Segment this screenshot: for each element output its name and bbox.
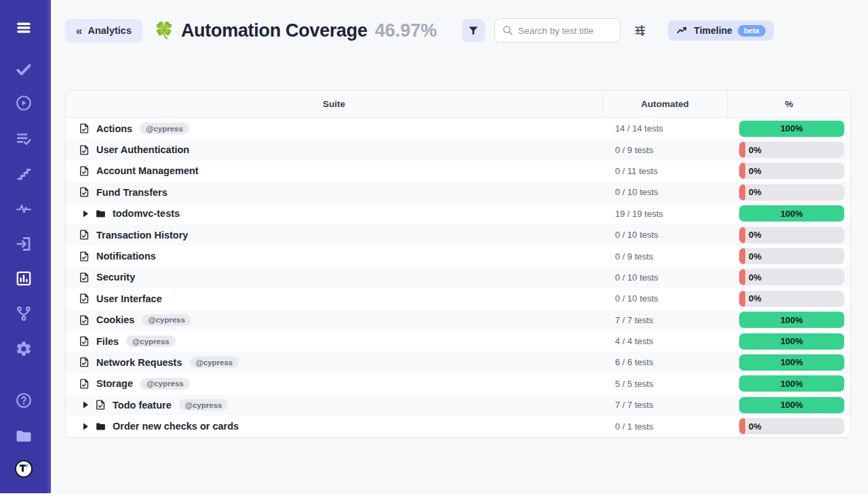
- table-row[interactable]: Todo feature @cypress 7 / 7 tests 100%: [66, 394, 850, 415]
- table-row[interactable]: Account Management 0 / 11 tests 0%: [66, 161, 850, 182]
- timeline-button[interactable]: Timeline beta: [668, 20, 773, 41]
- view-settings-button[interactable]: [631, 22, 649, 39]
- coverage-bar-label: 0%: [749, 187, 762, 197]
- column-header-automated[interactable]: Automated: [603, 91, 728, 117]
- folder-icon: [95, 208, 106, 220]
- coverage-bar-label: 0%: [749, 166, 762, 176]
- check-icon[interactable]: [14, 60, 33, 79]
- percent-cell: 0%: [728, 418, 850, 434]
- folder-icon: [95, 421, 106, 432]
- expand-caret-icon[interactable]: [83, 210, 89, 217]
- percent-cell: 100%: [728, 333, 850, 350]
- coverage-bar-fill: [739, 184, 745, 201]
- file-check-icon: [79, 378, 90, 390]
- suite-title[interactable]: Fund Transfers: [96, 187, 167, 198]
- table-row[interactable]: Storage @cypress 5 / 5 tests 100%: [66, 373, 850, 394]
- suite-cell: Cookies @cypress: [66, 314, 603, 326]
- table-row[interactable]: Notifications 0 / 9 tests 0%: [66, 245, 850, 266]
- file-check-icon: [79, 123, 90, 134]
- coverage-bar-label: 0%: [749, 251, 762, 262]
- percent-cell: 100%: [728, 397, 850, 413]
- table-row[interactable]: Files @cypress 4 / 4 tests 100%: [66, 331, 850, 352]
- suite-title[interactable]: Order new checks or cards: [113, 421, 239, 432]
- suite-title[interactable]: Security: [96, 272, 135, 283]
- column-header-percent[interactable]: %: [728, 91, 850, 117]
- play-circle-icon[interactable]: [14, 94, 33, 112]
- file-check-icon: [79, 293, 90, 304]
- suite-title[interactable]: Actions: [96, 123, 132, 134]
- suite-title[interactable]: Network Requests: [96, 357, 182, 368]
- coverage-bar-label: 0%: [749, 293, 762, 304]
- automated-count: 7 / 7 tests: [603, 315, 728, 325]
- gear-icon[interactable]: [14, 339, 33, 358]
- column-header-suite[interactable]: Suite: [66, 91, 603, 117]
- suite-title[interactable]: User Interface: [96, 293, 162, 304]
- percent-cell: 0%: [728, 142, 850, 158]
- automated-count: 0 / 9 tests: [603, 145, 728, 155]
- coverage-bar-label: 100%: [781, 209, 803, 219]
- table-row[interactable]: User Authentication 0 / 9 tests 0%: [66, 139, 850, 160]
- suite-title[interactable]: Storage: [96, 378, 133, 389]
- timeline-button-label: Timeline: [694, 25, 732, 36]
- list-check-icon[interactable]: [14, 129, 33, 148]
- funnel-icon: [467, 24, 479, 37]
- suite-cell: Todo feature @cypress: [66, 399, 603, 411]
- suite-cell: Actions @cypress: [66, 123, 603, 134]
- percent-cell: 100%: [728, 312, 850, 328]
- suite-title[interactable]: Files: [96, 336, 119, 347]
- logo[interactable]: [14, 459, 33, 478]
- pulse-icon[interactable]: [14, 199, 33, 218]
- percent-cell: 100%: [728, 121, 850, 137]
- coverage-bar: 100%: [739, 354, 844, 371]
- coverage-bar: 0%: [739, 227, 844, 243]
- bar-chart-icon[interactable]: [14, 269, 33, 288]
- suite-title[interactable]: Todo feature: [113, 400, 172, 411]
- table-row[interactable]: todomvc-tests 19 / 19 tests 100%: [66, 203, 850, 224]
- coverage-bar-label: 0%: [749, 421, 762, 432]
- file-check-icon: [79, 144, 90, 156]
- suite-title[interactable]: todomvc-tests: [113, 208, 180, 219]
- table-row[interactable]: Cookies @cypress 7 / 7 tests 100%: [66, 310, 850, 331]
- import-icon[interactable]: [14, 234, 33, 253]
- table-row[interactable]: Order new checks or cards 0 / 1 tests 0%: [66, 415, 850, 436]
- suite-title[interactable]: Transaction History: [96, 230, 188, 241]
- suite-tag: @cypress: [190, 356, 239, 368]
- suite-title[interactable]: Notifications: [96, 251, 156, 262]
- back-to-analytics-button[interactable]: « Analytics: [65, 19, 142, 43]
- table-row[interactable]: Transaction History 0 / 10 tests 0%: [66, 224, 850, 245]
- menu-icon[interactable]: [14, 18, 33, 37]
- suite-title[interactable]: Account Management: [96, 165, 199, 176]
- coverage-percent-value: 46.97%: [375, 20, 437, 41]
- suite-cell: Order new checks or cards: [66, 421, 603, 432]
- coverage-bar: 0%: [739, 291, 844, 307]
- folder-icon[interactable]: [14, 426, 33, 445]
- table-row[interactable]: Network Requests @cypress 6 / 6 tests 10…: [66, 352, 850, 373]
- expand-caret-icon[interactable]: [83, 423, 89, 430]
- suite-title[interactable]: Cookies: [96, 314, 134, 325]
- percent-cell: 0%: [728, 248, 850, 264]
- filter-button[interactable]: [462, 19, 485, 42]
- coverage-bar-fill: [739, 163, 745, 179]
- automated-count: 0 / 1 tests: [603, 421, 728, 432]
- steps-icon[interactable]: [14, 165, 33, 184]
- expand-caret-icon[interactable]: [83, 401, 89, 409]
- file-check-icon: [79, 272, 90, 283]
- table-row[interactable]: Security 0 / 10 tests 0%: [66, 267, 850, 288]
- percent-cell: 0%: [728, 269, 850, 285]
- automated-count: 0 / 10 tests: [603, 293, 728, 304]
- suite-cell: Files @cypress: [66, 335, 603, 347]
- table-row[interactable]: Actions @cypress 14 / 14 tests 100%: [66, 118, 850, 139]
- help-icon[interactable]: [14, 391, 33, 410]
- suite-tag: @cypress: [140, 123, 189, 134]
- suite-cell: User Interface: [66, 293, 603, 304]
- table-row[interactable]: User Interface 0 / 10 tests 0%: [66, 288, 850, 309]
- table-row[interactable]: Fund Transfers 0 / 10 tests 0%: [66, 182, 850, 203]
- suite-cell: User Authentication: [66, 144, 603, 156]
- search-box: [494, 18, 620, 43]
- branch-icon[interactable]: [14, 304, 33, 323]
- coverage-bar: 100%: [739, 121, 844, 137]
- suite-cell: Security: [66, 272, 603, 283]
- suite-title[interactable]: User Authentication: [96, 144, 189, 155]
- coverage-bar: 100%: [739, 397, 844, 413]
- main-content: « Analytics 🍀 Automation Coverage 46.97%…: [51, 0, 868, 493]
